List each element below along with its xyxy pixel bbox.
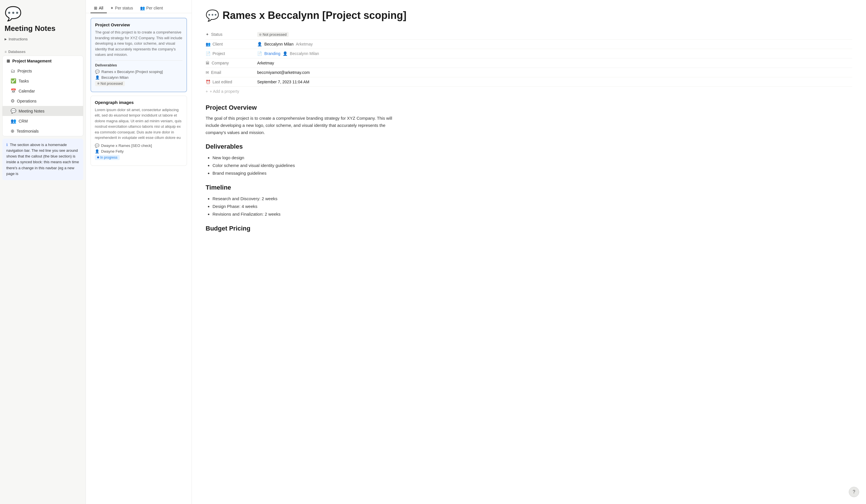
properties-table: ✦ Status Not processed 👥 Client 👤 Beccal…	[206, 30, 852, 96]
card-opengraph[interactable]: Opengraph images Lorem ipsum dolor sit a…	[90, 96, 187, 166]
card-2-status-text: In progress	[100, 156, 118, 159]
meeting-notes-nav-label: Meeting Notes	[19, 109, 44, 113]
crm-icon: 👥	[11, 118, 16, 124]
section-heading-project-overview: Project Overview	[206, 104, 406, 111]
content-area: Project Overview The goal of this projec…	[206, 104, 406, 232]
project-person-icon: 👤	[282, 51, 288, 56]
operations-label: Operations	[17, 99, 36, 103]
prop-value-company: Arketmay	[257, 61, 274, 65]
card-1-meeting-icon: 💬	[95, 70, 100, 74]
detail-panel: 💬 Rames x Beccalynn [Project scoping] ✦ …	[192, 0, 866, 504]
client-person-icon: 👤	[257, 42, 262, 46]
sidebar-item-projects[interactable]: 🗂 Projects	[3, 66, 83, 76]
add-property-label: + Add a property	[210, 89, 239, 94]
prop-label-client: 👥 Client	[206, 42, 257, 46]
card-2-title: Opengraph images	[95, 100, 183, 105]
tab-all-label: All	[99, 6, 103, 10]
prop-row-client: 👥 Client 👤 Beccalynn Milan Arketmay	[206, 40, 852, 49]
deliverable-item-2: Color scheme and visual identity guideli…	[212, 161, 406, 169]
tab-all-icon: ⊞	[94, 6, 97, 10]
prop-value-project: 📄 Branding 👤 Beccalynn Milan	[257, 51, 319, 56]
card-1-body: The goal of this project is to create a …	[95, 30, 182, 58]
tab-per-client[interactable]: 👥 Per client	[137, 3, 166, 13]
card-2-status-row: In progress	[95, 155, 183, 160]
synced-block-link[interactable]: synced block	[20, 160, 42, 164]
instructions-label: Instructions	[9, 37, 27, 41]
instructions-toggle[interactable]: ▶ Instructions	[4, 36, 81, 42]
project-management-header[interactable]: ⊞ Project Management	[3, 56, 83, 66]
prop-row-email: ✉ Email beccmiyamot@arketmay.com	[206, 68, 852, 77]
help-button[interactable]: ?	[849, 487, 859, 497]
calendar-label: Calendar	[19, 89, 35, 93]
company-prop-label: Company	[212, 61, 229, 65]
project-secondary-text: Beccalynn Milan	[290, 51, 319, 56]
sidebar-item-testimonials[interactable]: ⊕ Testimonials	[3, 126, 83, 136]
testimonials-label: Testimonials	[16, 129, 38, 133]
sidebar-item-operations[interactable]: ⚙ Operations	[3, 96, 83, 106]
tab-per-status-label: Per status	[115, 6, 133, 10]
client-secondary-text: Arketmay	[296, 42, 313, 46]
prop-label-company: 🏛 Company	[206, 61, 257, 65]
card-1-status-badge: Not processed	[95, 81, 125, 86]
sidebar-item-tasks[interactable]: ✅ Tasks	[3, 76, 83, 86]
card-1-client-row: 👤 Beccalynn Milan	[95, 75, 182, 80]
last-edited-prop-label: Last edited	[212, 80, 232, 84]
projects-label: Projects	[18, 69, 32, 73]
nav-group-project-management: ⊞ Project Management 🗂 Projects ✅ Tasks …	[2, 56, 83, 136]
detail-header-icon: 💬	[206, 9, 219, 22]
company-value-text: Arketmay	[257, 61, 274, 65]
callout-box: ℹ The section above is a homemade naviga…	[2, 138, 83, 180]
testimonials-icon: ⊕	[11, 128, 14, 134]
prop-row-last-edited: ⏰ Last edited September 7, 2023 11:04 AM	[206, 77, 852, 87]
card-1-status-text: Not processed	[100, 82, 123, 86]
sidebar-item-crm[interactable]: 👥 CRM	[3, 116, 83, 126]
status-prop-label: Status	[211, 32, 223, 37]
card-1-status-row: Not processed	[95, 81, 182, 86]
prop-label-email: ✉ Email	[206, 70, 257, 75]
status-dot-detail	[259, 34, 262, 36]
email-prop-icon: ✉	[206, 70, 209, 75]
sidebar-title: Meeting Notes	[4, 24, 81, 33]
tab-per-status-icon: ✦	[110, 6, 114, 10]
detail-title: Rames x Beccalynn [Project scoping]	[223, 10, 406, 22]
tab-per-status[interactable]: ✦ Per status	[107, 3, 137, 13]
card-2-body: Lorem ipsum dolor sit amet, consectetur …	[95, 107, 183, 141]
prop-value-client: 👤 Beccalynn Milan Arketmay	[257, 42, 313, 46]
company-prop-icon: 🏛	[206, 61, 210, 65]
tab-all[interactable]: ⊞ All	[90, 3, 107, 13]
tab-per-client-label: Per client	[146, 6, 163, 10]
card-1-meeting-label: Rames x Beccalynn [Project scoping]	[101, 70, 163, 74]
card-2-client-name: Dwayne Felty	[101, 149, 124, 154]
deliverable-item-3: Brand messaging guidelines	[212, 169, 406, 177]
prop-label-status: ✦ Status	[206, 32, 257, 37]
project-management-label: Project Management	[12, 59, 52, 63]
tabs-bar: ⊞ All ✦ Per status 👥 Per client	[86, 0, 192, 13]
chevron-right-icon: ▶	[4, 37, 7, 41]
client-prop-icon: 👥	[206, 42, 210, 46]
card-1-status-dot	[97, 82, 99, 85]
card-1-client-name: Beccalynn Milan	[101, 75, 129, 80]
navbar-link[interactable]: navbar	[45, 166, 57, 170]
project-prop-icon: 📄	[206, 51, 210, 56]
crm-label: CRM	[19, 119, 28, 123]
section-heading-timeline: Timeline	[206, 184, 406, 191]
section-para-project-overview: The goal of this project is to create a …	[206, 115, 406, 136]
db-icon: ≡	[4, 50, 7, 54]
tab-per-client-icon: 👥	[140, 6, 145, 10]
card-2-status-dot	[97, 156, 99, 158]
card-project-overview[interactable]: Project Overview The goal of this projec…	[90, 18, 187, 92]
add-property-row[interactable]: + + Add a property	[206, 87, 852, 96]
project-management-icon: ⊞	[7, 59, 10, 63]
email-prop-label: Email	[211, 70, 221, 75]
prop-value-email: beccmiyamot@arketmay.com	[257, 70, 310, 75]
client-prop-label: Client	[212, 42, 223, 46]
sidebar-item-calendar[interactable]: 📅 Calendar	[3, 86, 83, 96]
help-icon: ?	[853, 489, 855, 494]
prop-value-status: Not processed	[257, 32, 289, 37]
sidebar-top: 💬 Meeting Notes ▶ Instructions	[0, 7, 86, 47]
page-header: 💬 Rames x Beccalynn [Project scoping]	[206, 9, 852, 22]
databases-label: ≡ Databases	[0, 47, 86, 56]
section-heading-budget: Budget Pricing	[206, 225, 406, 232]
callout-info-icon: ℹ	[6, 143, 8, 147]
sidebar-item-meeting-notes[interactable]: 💬 Meeting Notes	[3, 106, 83, 116]
